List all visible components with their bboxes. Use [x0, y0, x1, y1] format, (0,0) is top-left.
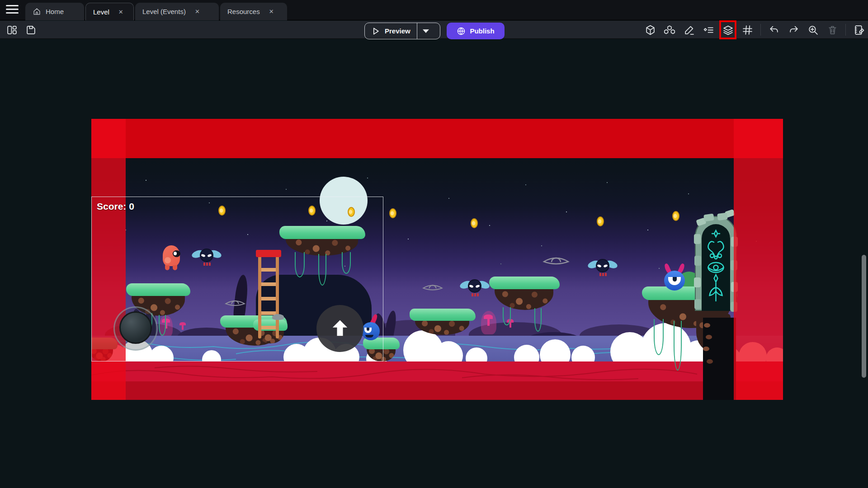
- toolbar-divider: [760, 24, 761, 36]
- level-scene: Score: 0: [91, 119, 783, 400]
- object-groups-icon[interactable]: [663, 23, 676, 37]
- redo-icon[interactable]: [787, 23, 800, 37]
- level-border-top: [91, 119, 783, 158]
- pillar-rocks: [704, 323, 710, 328]
- tab-resources[interactable]: Resources ✕: [220, 3, 287, 20]
- joystick-knob[interactable]: [119, 311, 152, 344]
- chevron-down-icon[interactable]: [423, 29, 429, 33]
- coin[interactable]: [389, 208, 396, 218]
- eye-decoration: [422, 281, 443, 292]
- scene-editor-canvas[interactable]: Score: 0 2283;-300: [0, 39, 868, 488]
- bat-enemy[interactable]: [461, 278, 489, 298]
- edit-scene-icon[interactable]: [853, 23, 865, 37]
- tab-label: Level (Events): [142, 8, 186, 15]
- edit-icon[interactable]: [683, 23, 695, 37]
- tab-home[interactable]: Home: [25, 3, 84, 20]
- tab-label: Home: [46, 8, 64, 15]
- preview-button[interactable]: Preview: [364, 23, 440, 39]
- home-icon: [33, 7, 41, 16]
- jump-button[interactable]: [316, 305, 363, 352]
- close-icon[interactable]: ✕: [269, 8, 274, 15]
- layers-icon[interactable]: [722, 23, 734, 37]
- portal-ornament: [703, 228, 729, 309]
- virtual-joystick[interactable]: [113, 306, 158, 351]
- score-text: Score: 0: [97, 201, 134, 212]
- coin[interactable]: [471, 218, 478, 228]
- globe-icon: [457, 27, 466, 36]
- zoom-in-icon[interactable]: [807, 23, 819, 37]
- close-icon[interactable]: ✕: [195, 8, 200, 15]
- instances-list-icon[interactable]: [702, 23, 715, 37]
- panels-icon[interactable]: [5, 23, 18, 37]
- platform[interactable]: [410, 309, 476, 335]
- mushroom: [484, 314, 493, 319]
- arrow-up-icon: [328, 317, 352, 340]
- tab-label: Level: [93, 8, 109, 16]
- tab-label: Resources: [227, 8, 260, 15]
- tab-level[interactable]: Level ✕: [85, 3, 134, 20]
- vertical-scrollbar[interactable]: [862, 255, 866, 378]
- coin[interactable]: [672, 211, 679, 221]
- preview-label: Preview: [385, 27, 410, 35]
- tab-level-events[interactable]: Level (Events) ✕: [135, 3, 219, 20]
- grid-icon[interactable]: [741, 23, 754, 37]
- publish-button[interactable]: Publish: [447, 23, 505, 39]
- portal-door[interactable]: [695, 216, 737, 311]
- platform[interactable]: [489, 277, 560, 310]
- tab-bar: Home Level ✕ Level (Events) ✕ Resources …: [0, 0, 868, 20]
- coin[interactable]: [597, 216, 604, 226]
- add-object-icon[interactable]: [644, 23, 656, 37]
- publish-label: Publish: [470, 27, 494, 35]
- toolbar: Preview Publish: [0, 21, 868, 39]
- undo-icon[interactable]: [768, 23, 780, 37]
- bat-enemy[interactable]: [589, 258, 617, 278]
- save-icon[interactable]: [24, 23, 37, 37]
- eye-decoration: [542, 253, 570, 267]
- horned-blue-enemy[interactable]: [664, 264, 686, 291]
- level-border-right: [734, 119, 783, 400]
- portal-pillar: [703, 318, 736, 400]
- play-icon: [371, 27, 380, 36]
- menu-icon[interactable]: [6, 5, 19, 15]
- toolbar-divider: [845, 24, 846, 36]
- delete-icon[interactable]: [826, 23, 839, 37]
- close-icon[interactable]: ✕: [118, 9, 123, 15]
